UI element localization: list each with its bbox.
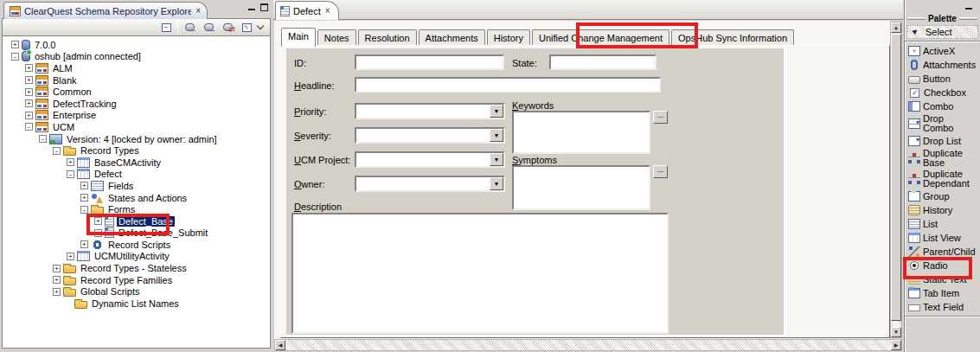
chevron-down-icon[interactable] — [257, 22, 264, 29]
tree-item-global-scripts[interactable]: +Global Scripts — [3, 285, 270, 298]
database-arrow-right-icon[interactable]: → — [201, 21, 216, 35]
tree-item-defect-base[interactable]: +Defect_Base — [3, 215, 270, 227]
id-field[interactable] — [355, 54, 504, 70]
expander-icon[interactable]: + — [67, 158, 74, 166]
palette-item-drop-combo[interactable]: Drop Combo — [905, 113, 980, 134]
symptoms-field[interactable] — [512, 165, 650, 210]
expander-icon[interactable]: + — [94, 217, 102, 225]
chevron-down-icon[interactable]: ▼ — [490, 129, 503, 142]
database-sync-icon[interactable]: ⇄ — [220, 21, 235, 35]
tree-item-defect-base-submit[interactable]: +Defect_Base_Submit — [3, 227, 270, 240]
expander-icon[interactable]: - — [39, 135, 47, 143]
keywords-field[interactable] — [512, 111, 650, 154]
maximize-icon[interactable] — [260, 3, 268, 11]
palette-item-activex[interactable]: ActiveX — [905, 44, 980, 58]
tree-item-oshub[interactable]: -oshub [admin connected] — [3, 51, 270, 63]
palette-header[interactable]: Palette — [905, 13, 980, 24]
palette-item-attachments[interactable]: Attachments — [905, 58, 980, 72]
chevron-down-icon[interactable]: ▼ — [490, 105, 503, 118]
tree-item-common[interactable]: +Common — [3, 86, 270, 98]
expander-icon[interactable]: - — [53, 147, 61, 155]
collapse-all-icon[interactable]: − — [158, 21, 174, 35]
scroll-left-icon[interactable]: ◀ — [275, 340, 285, 350]
close-icon[interactable]: × — [195, 7, 202, 16]
ucm-project-dropdown[interactable]: ▼ — [355, 151, 505, 168]
scroll-up-icon[interactable]: ▲ — [891, 22, 901, 33]
form-tab-history[interactable]: History — [487, 29, 530, 46]
tree-item-record-types[interactable]: -Record Types — [3, 144, 270, 157]
palette-item-duplicate-base[interactable]: Duplicate Base — [905, 148, 980, 169]
palette-item-button[interactable]: Button — [905, 72, 980, 86]
expander-icon[interactable]: + — [11, 41, 19, 48]
tree-item-ucmutilityactivity[interactable]: +UCMUtilityActivity — [3, 251, 270, 263]
database-arrow-left-icon[interactable]: ← — [182, 21, 197, 35]
tree-item-enterprise[interactable]: +Enterprise — [3, 110, 270, 122]
vertical-scrollbar[interactable]: ▲ ▼ — [890, 22, 902, 338]
scroll-right-icon[interactable]: ▶ — [891, 340, 901, 350]
expander-icon[interactable]: + — [80, 240, 88, 248]
expander-icon[interactable]: + — [25, 112, 33, 119]
state-field[interactable] — [549, 54, 657, 70]
palette-item-combo[interactable]: Combo — [905, 99, 980, 113]
keywords-browse-button[interactable]: ... — [653, 111, 668, 124]
tree-item-dynamic-list-names[interactable]: Dynamic List Names — [3, 298, 270, 310]
symptoms-browse-button[interactable]: ... — [653, 165, 668, 178]
minimize-icon[interactable] — [965, 3, 973, 10]
expander-icon[interactable]: + — [53, 276, 61, 284]
expander-icon[interactable]: + — [94, 229, 102, 237]
tree-item-defect[interactable]: -Defect — [3, 169, 270, 181]
form-tab-unified-change-management[interactable]: Unified Change Management — [532, 29, 669, 46]
palette-item-drop-list[interactable]: Drop List — [905, 134, 980, 148]
expander-icon[interactable]: + — [25, 76, 33, 84]
palette-item-static-text[interactable]: Static Text — [905, 272, 980, 286]
tree-item-record-types-stateless[interactable]: +Record Types - Stateless — [3, 262, 270, 274]
palette-item-select[interactable]: Select — [906, 25, 978, 39]
severity-dropdown[interactable]: ▼ — [355, 127, 505, 144]
expander-icon[interactable]: - — [80, 206, 88, 214]
tree-item-fields[interactable]: +Fields — [3, 180, 270, 192]
expander-icon[interactable]: + — [25, 99, 33, 107]
tree-item-7-0-0[interactable]: +7.0.0 — [3, 39, 270, 51]
expander-icon[interactable]: - — [67, 170, 74, 178]
headline-field[interactable] — [355, 77, 661, 93]
owner-dropdown[interactable]: ▼ — [355, 176, 505, 192]
editor-tab-defect[interactable]: Defect × — [275, 1, 339, 20]
description-field[interactable] — [291, 213, 669, 334]
tree-item-record-scripts[interactable]: +Record Scripts — [3, 239, 270, 251]
tree-item-basecmactivity[interactable]: +BaseCMActivity — [3, 157, 270, 169]
priority-dropdown[interactable]: ▼ — [355, 103, 505, 119]
palette-item-radio[interactable]: Radio — [905, 259, 980, 272]
chevron-down-icon[interactable]: ▼ — [490, 177, 503, 190]
palette-item-tab-item[interactable]: Tab Item — [905, 286, 980, 300]
palette-item-text-field[interactable]: Text Field — [905, 300, 980, 314]
palette-item-parent-child[interactable]: Parent/Child — [905, 245, 980, 259]
form-tab-attachments[interactable]: Attachments — [419, 29, 485, 46]
expander-icon[interactable]: - — [11, 53, 19, 61]
expander-icon[interactable]: + — [80, 194, 88, 202]
form-tab-opshub-sync-information[interactable]: OpsHub Sync Information — [671, 29, 794, 46]
expander-icon[interactable]: + — [25, 64, 33, 72]
tree-item-blank[interactable]: +Blank — [3, 74, 270, 86]
expander-icon[interactable]: - — [25, 123, 33, 131]
expander-icon[interactable]: + — [53, 288, 61, 296]
tree-item-states-and-actions[interactable]: +States and Actions — [3, 192, 270, 204]
expander-icon[interactable]: + — [67, 253, 74, 260]
chevron-down-icon[interactable]: ▼ — [490, 153, 503, 166]
palette-item-list[interactable]: List — [905, 217, 980, 231]
palette-item-duplicate-dependant[interactable]: Duplicate Dependant — [905, 169, 980, 189]
expander-icon[interactable]: + — [80, 182, 88, 189]
palette-item-group[interactable]: Group — [905, 189, 980, 203]
form-tab-resolution[interactable]: Resolution — [358, 29, 417, 46]
palette-item-list-view[interactable]: List View — [905, 231, 980, 245]
minimize-icon[interactable] — [248, 3, 256, 11]
horizontal-scrollbar[interactable]: ◀ ▶ — [274, 339, 902, 351]
tree-item-alm[interactable]: +ALM — [3, 62, 270, 74]
vertical-scrollbar-thumb[interactable] — [891, 34, 901, 321]
tree-item-version-4[interactable]: -Version: 4 [locked by owner: admin] — [3, 133, 270, 145]
tree-item-record-type-families[interactable]: +Record Type Families — [3, 274, 270, 286]
tree-item-defecttracking[interactable]: +DefectTracking — [3, 98, 270, 110]
page-edit-icon[interactable]: ✎ — [239, 21, 254, 35]
form-tab-main[interactable]: Main — [281, 28, 316, 47]
tree-item-ucm[interactable]: -UCM — [3, 121, 270, 133]
close-icon[interactable]: × — [324, 7, 331, 16]
